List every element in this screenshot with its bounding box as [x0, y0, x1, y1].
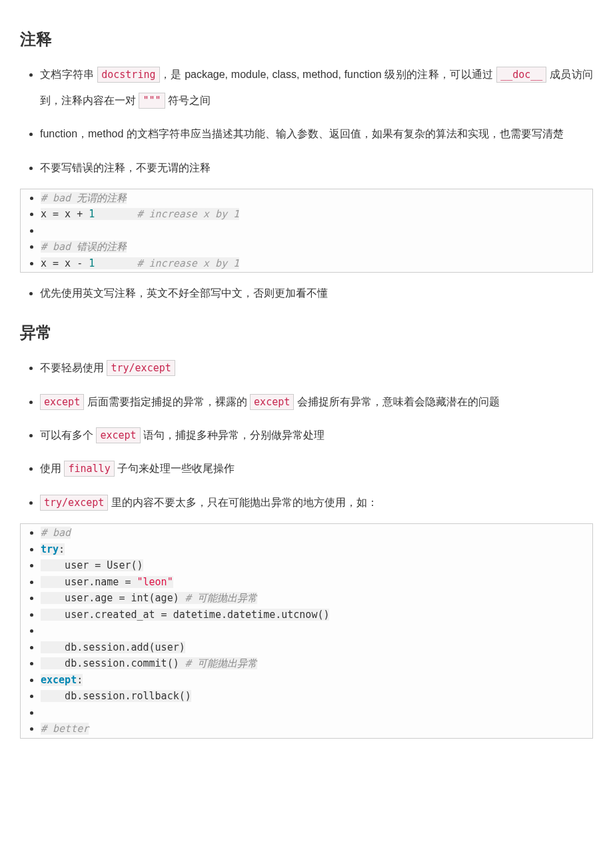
code-line: except: — [41, 673, 592, 688]
code-finally: finally — [64, 461, 114, 477]
code-doc-attr: __doc__ — [496, 67, 546, 83]
code-block-comments: # bad 无谓的注释 x = x + 1 # increase x by 1 … — [20, 189, 593, 273]
list-item: except 后面需要指定捕捉的异常，裸露的 except 会捕捉所有异常，意味… — [40, 389, 593, 415]
text: 符号之间 — [165, 95, 211, 106]
list-comments: 文档字符串 docstring，是 package, module, class… — [20, 62, 593, 181]
text: 后面需要指定捕捉的异常，裸露的 — [84, 396, 250, 407]
heading-exceptions: 异常 — [20, 320, 593, 345]
text: 子句来处理一些收尾操作 — [115, 463, 235, 474]
code-line: # bad 无谓的注释 — [41, 191, 592, 206]
code-except: except — [96, 427, 140, 443]
list-item: function，method 的文档字符串应当描述其功能、输入参数、返回值，如… — [40, 121, 593, 147]
text: ，是 package, module, class, method, funct… — [160, 69, 497, 80]
list-item: 不要写错误的注释，不要无谓的注释 — [40, 155, 593, 181]
code-line: db.session.add(user) — [41, 640, 592, 655]
code-line: x = x - 1 # increase x by 1 — [41, 256, 592, 271]
text: 使用 — [40, 463, 64, 474]
code-line: try: — [41, 542, 592, 557]
list-exceptions: 不要轻易使用 try/except except 后面需要指定捕捉的异常，裸露的… — [20, 355, 593, 515]
list-item: 不要轻易使用 try/except — [40, 355, 593, 381]
code-except: except — [250, 394, 294, 410]
code-block-exceptions: # bad try: user = User() user.name = "le… — [20, 523, 593, 739]
list-item: try/except 里的内容不要太多，只在可能抛出异常的地方使用，如： — [40, 490, 593, 515]
code-line: user.created_at = datetime.datetime.utcn… — [41, 607, 592, 623]
text: 语句，捕捉多种异常，分别做异常处理 — [141, 429, 324, 441]
code-line: # bad — [41, 525, 592, 541]
text: 文档字符串 — [40, 69, 97, 80]
text: 会捕捉所有异常，意味着会隐藏潜在的问题 — [294, 396, 499, 407]
code-try-except: try/except — [40, 495, 108, 511]
code-line — [41, 223, 592, 239]
list-item: 优先使用英文写注释，英文不好全部写中文，否则更加看不懂 — [40, 281, 593, 306]
list-item: 使用 finally 子句来处理一些收尾操作 — [40, 456, 593, 481]
code-line: # better — [41, 721, 592, 737]
code-except: except — [40, 394, 84, 410]
code-line: db.session.rollback() — [41, 689, 592, 704]
code-line — [41, 705, 592, 721]
code-docstring: docstring — [97, 67, 159, 83]
text: 里的内容不要太多，只在可能抛出异常的地方使用，如： — [108, 497, 377, 508]
code-line: user = User() — [41, 558, 592, 573]
list-item: 可以有多个 except 语句，捕捉多种异常，分别做异常处理 — [40, 423, 593, 448]
code-line: x = x + 1 # increase x by 1 — [41, 207, 592, 222]
code-try-except: try/except — [107, 360, 175, 376]
code-line: db.session.commit() # 可能抛出异常 — [41, 656, 592, 671]
code-line — [41, 623, 592, 639]
heading-comments: 注释 — [20, 27, 593, 52]
text: 不要轻易使用 — [40, 362, 107, 373]
code-line: # bad 错误的注释 — [41, 239, 592, 255]
list-item: 文档字符串 docstring，是 package, module, class… — [40, 62, 593, 113]
code-triple-quote: """ — [139, 93, 165, 109]
list-comments-after: 优先使用英文写注释，英文不好全部写中文，否则更加看不懂 — [20, 281, 593, 306]
code-line: user.age = int(age) # 可能抛出异常 — [41, 591, 592, 606]
code-line: user.name = "leon" — [41, 575, 592, 590]
text: 可以有多个 — [40, 429, 96, 441]
